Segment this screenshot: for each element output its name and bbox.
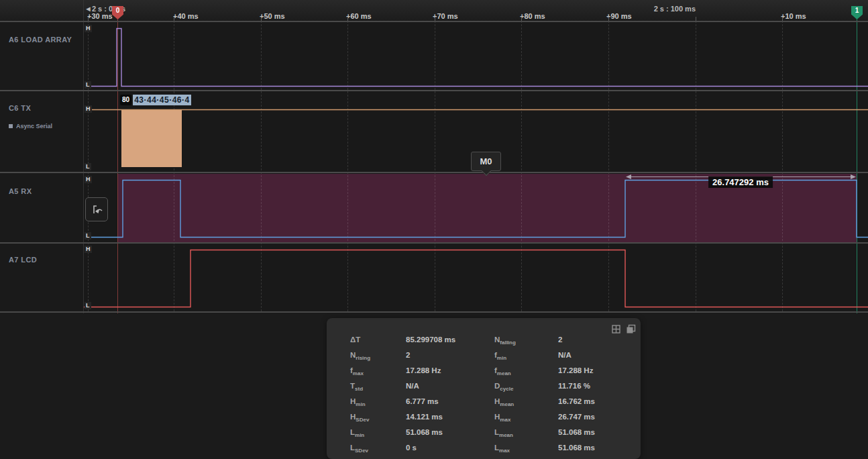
stat-value: 16.762 ms xyxy=(558,397,595,405)
level-high-label: H xyxy=(85,105,92,113)
ruler-tick-label: +60 ms xyxy=(346,12,372,20)
stat-value: 2 xyxy=(406,351,410,359)
measurement-value-label[interactable]: 26.747292 ms xyxy=(708,176,773,188)
stat-value: 17.288 Hz xyxy=(558,366,593,374)
channel-label-a6-load-array[interactable]: A6 LOAD ARRAY xyxy=(9,36,72,44)
channel-label-c6-tx[interactable]: C6 TX xyxy=(9,104,31,112)
level-low-label: L xyxy=(85,302,91,309)
level-high-label: H xyxy=(85,25,92,32)
level-low-label: L xyxy=(85,232,91,240)
measurement-marker-m0[interactable]: M0 xyxy=(471,152,501,171)
gridline xyxy=(521,21,522,311)
serial-decode-annotation[interactable]: 80 43·44·45·46·4 xyxy=(120,95,191,105)
row-separator xyxy=(0,311,868,313)
decoder-color-chip-icon xyxy=(9,124,13,128)
stat-value: 26.747 ms xyxy=(558,413,595,421)
ruler-tick-label: +90 ms xyxy=(606,12,632,20)
ruler-tick-label: +10 ms xyxy=(781,12,806,20)
channel-label-a7-lcd[interactable]: A7 LCD xyxy=(9,256,37,264)
row-separator xyxy=(0,242,868,244)
ruler-absolute-time-right: 2 s : 100 ms xyxy=(654,5,696,13)
stats-row: LSDev 0 s Lmax 51.068 ms xyxy=(327,444,641,454)
level-low-label: L xyxy=(85,163,91,170)
stat-value: 11.716 % xyxy=(558,382,590,390)
serial-start-byte-badge: 80 xyxy=(120,95,131,105)
stat-value: N/A xyxy=(406,382,419,390)
edge-jump-icon xyxy=(89,202,104,217)
stat-value: 51.068 ms xyxy=(558,444,595,452)
gridline xyxy=(608,21,609,311)
decoder-label: Async Serial xyxy=(16,123,52,130)
stats-row: Tstd N/A Dcycle 11.716 % xyxy=(327,382,641,393)
marker-0-line xyxy=(117,19,118,313)
gridline xyxy=(174,21,174,311)
logic-analyzer-window: ◄2 s : 0 ms 2 s : 100 ms +30 ms +40 ms +… xyxy=(0,0,868,459)
row-separator xyxy=(0,172,868,173)
copy-icon[interactable] xyxy=(626,324,636,334)
stats-row: ΔT 85.299708 ms Nfalling 2 xyxy=(327,336,641,346)
ruler-tick-label: +70 ms xyxy=(433,12,458,20)
stat-value: 51.068 ms xyxy=(558,428,595,436)
ruler-tick-label: +30 ms xyxy=(87,12,113,20)
level-high-label: H xyxy=(85,176,92,183)
gridline xyxy=(782,21,783,311)
marker-1-line xyxy=(857,19,857,313)
stats-row: Lmin 51.068 ms Lmean 51.068 ms xyxy=(327,428,641,439)
stat-value: 17.288 Hz xyxy=(406,366,441,374)
stat-value: 85.299708 ms xyxy=(406,336,455,344)
gridline xyxy=(435,21,435,311)
timeline-ruler[interactable]: ◄2 s : 0 ms 2 s : 100 ms +30 ms +40 ms +… xyxy=(0,0,868,21)
channel-sidebar xyxy=(0,0,84,313)
export-table-icon[interactable] xyxy=(611,324,621,334)
stats-row: Nrising 2 fmin N/A xyxy=(327,351,641,362)
stat-value: 14.121 ms xyxy=(406,413,443,421)
decoder-async-serial[interactable]: Async Serial xyxy=(9,123,52,130)
stats-row: Hmin 6.777 ms Hmean 16.762 ms xyxy=(327,397,641,408)
stat-value: N/A xyxy=(558,351,572,359)
gridline xyxy=(261,21,262,311)
measurement-stats-panel: ΔT 85.299708 ms Nfalling 2 Nrising 2 fmi… xyxy=(327,318,641,459)
stats-row: fmax 17.288 Hz fmean 17.288 Hz xyxy=(327,366,641,377)
level-low-label: L xyxy=(85,81,91,89)
sidebar-divider xyxy=(83,0,84,313)
stat-value: 0 s xyxy=(406,444,417,452)
stats-row: HSDev 14.121 ms Hmax 26.747 ms xyxy=(327,413,641,423)
channel-label-a5-rx[interactable]: A5 RX xyxy=(9,187,32,195)
gridline xyxy=(347,21,348,311)
level-high-label: H xyxy=(85,246,92,253)
gridline xyxy=(696,21,696,311)
ruler-tick-label: +50 ms xyxy=(260,12,285,20)
ruler-tick-label: +80 ms xyxy=(520,12,545,20)
serial-bytes-text: 43·44·45·46·4 xyxy=(133,95,191,105)
row-separator xyxy=(0,90,868,91)
edge-jump-button[interactable] xyxy=(85,197,108,221)
stat-value: 51.068 ms xyxy=(406,428,443,436)
stat-value: 2 xyxy=(558,336,562,344)
stat-value: 6.777 ms xyxy=(406,397,439,405)
row-separator xyxy=(0,21,868,22)
ruler-tick-label: +40 ms xyxy=(173,12,199,20)
